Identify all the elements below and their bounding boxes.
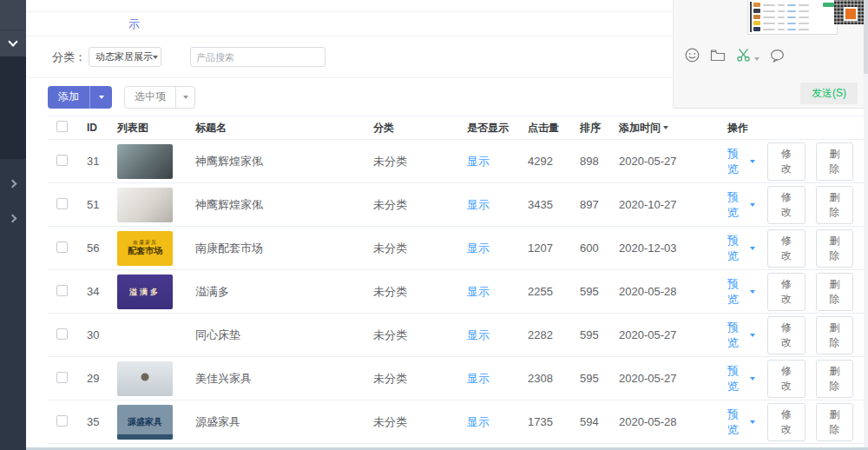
- row-thumbnail-image[interactable]: [117, 144, 173, 179]
- selected-items-button[interactable]: 选中项: [125, 87, 175, 108]
- row-category: 未分类: [373, 154, 467, 169]
- preview-dropdown-link[interactable]: 预览: [727, 276, 755, 308]
- row-title: 源盛家具: [195, 414, 373, 430]
- header-sort: 排序: [580, 121, 619, 136]
- row-id: 31: [87, 155, 117, 168]
- chevron-right-icon[interactable]: [9, 215, 17, 223]
- chat-image-preview[interactable]: [747, 0, 838, 35]
- row-checkbox[interactable]: [56, 328, 68, 340]
- row-thumbnail-image[interactable]: 源盛家具: [117, 405, 173, 440]
- tab-display[interactable]: 示: [128, 17, 140, 32]
- row-checkbox[interactable]: [56, 242, 68, 253]
- row-visible-toggle[interactable]: 显示: [467, 415, 490, 428]
- delete-button[interactable]: 删除: [816, 229, 853, 268]
- edit-button[interactable]: 修改: [767, 273, 805, 311]
- row-checkbox[interactable]: [56, 372, 68, 383]
- row-checkbox[interactable]: [56, 198, 68, 209]
- sidebar: [0, 0, 26, 450]
- row-id: 51: [87, 198, 117, 211]
- header-created-label: 添加时间: [619, 121, 661, 136]
- scrollbar-thumb[interactable]: [864, 0, 868, 74]
- sort-desc-icon: [663, 126, 668, 129]
- sidebar-collapse-button[interactable]: [0, 30, 26, 56]
- selected-split-button: 选中项: [124, 86, 195, 109]
- row-title: 溢满多: [195, 284, 373, 300]
- row-clicks: 3435: [528, 198, 580, 211]
- sidebar-header: [0, 0, 26, 30]
- row-created-date: 2020-05-28: [619, 415, 727, 428]
- chevron-down-icon[interactable]: [754, 57, 760, 61]
- vertical-scrollbar[interactable]: [864, 0, 868, 450]
- row-created-date: 2020-12-03: [619, 242, 727, 255]
- screenshot-icon[interactable]: [736, 48, 751, 63]
- row-visible-toggle[interactable]: 显示: [467, 242, 490, 255]
- row-thumbnail-image[interactable]: [117, 188, 173, 222]
- folder-icon[interactable]: [710, 49, 726, 62]
- header-created-sortable[interactable]: 添加时间: [619, 121, 668, 136]
- delete-button[interactable]: 删除: [816, 273, 853, 311]
- search-input[interactable]: [196, 52, 319, 63]
- preview-label: 预览: [727, 276, 746, 308]
- edit-button[interactable]: 修改: [767, 403, 805, 441]
- chevron-down-icon: [750, 203, 755, 207]
- emoji-icon[interactable]: [685, 48, 700, 63]
- row-checkbox[interactable]: [56, 155, 68, 166]
- chevron-down-icon: [99, 96, 104, 99]
- preview-dropdown-link[interactable]: 预览: [727, 146, 755, 177]
- row-category: 未分类: [373, 371, 467, 387]
- delete-button[interactable]: 删除: [816, 142, 853, 181]
- category-select[interactable]: 动态家居展示: [89, 47, 161, 67]
- chevron-down-icon: [153, 56, 158, 59]
- preview-dropdown-link[interactable]: 预览: [727, 320, 755, 351]
- row-category: 未分类: [373, 284, 467, 300]
- add-dropdown-button[interactable]: [89, 86, 112, 109]
- row-thumbnail-image[interactable]: [117, 318, 173, 353]
- preview-dropdown-link[interactable]: 预览: [727, 407, 755, 438]
- preview-dropdown-link[interactable]: 预览: [727, 189, 755, 221]
- selected-dropdown-button[interactable]: [175, 87, 194, 108]
- chevron-right-icon[interactable]: [9, 180, 17, 189]
- header-id: ID: [87, 122, 117, 134]
- delete-button[interactable]: 删除: [816, 316, 853, 354]
- row-clicks: 4292: [528, 155, 580, 168]
- row-visible-toggle[interactable]: 显示: [467, 328, 490, 341]
- row-thumbnail-image[interactable]: [117, 361, 173, 396]
- send-button[interactable]: 发送(S): [800, 83, 858, 104]
- row-sort-value: 898: [580, 155, 619, 168]
- preview-label: 预览: [727, 146, 746, 177]
- row-thumbnail-image[interactable]: 南康家具 配套市场: [117, 231, 173, 266]
- chat-toolbar: [685, 48, 785, 63]
- delete-button[interactable]: 删除: [816, 403, 853, 441]
- row-checkbox[interactable]: [56, 285, 68, 296]
- row-id: 34: [87, 285, 117, 298]
- table-row: 34 溢满多 溢满多 未分类 显示 2255 595 2020-05-28: [48, 270, 864, 314]
- select-all-checkbox[interactable]: [56, 121, 68, 132]
- category-select-value: 动态家居展示: [95, 50, 153, 63]
- edit-button[interactable]: 修改: [767, 186, 805, 224]
- row-sort-value: 595: [580, 372, 619, 385]
- table-row: 56 南康家具 配套市场 南康配套市场 未分类 显示 1207 600 2020: [48, 227, 864, 270]
- qr-code-image: [834, 0, 864, 24]
- edit-button[interactable]: 修改: [767, 360, 805, 398]
- preview-dropdown-link[interactable]: 预览: [727, 363, 755, 394]
- edit-button[interactable]: 修改: [767, 142, 805, 181]
- edit-button[interactable]: 修改: [767, 316, 805, 354]
- products-table: ID 列表图 标题名 分类 是否显示 点击量 排序 添加时间 操作 31: [48, 116, 864, 444]
- delete-button[interactable]: 删除: [816, 186, 853, 224]
- message-icon[interactable]: [770, 49, 785, 63]
- delete-button[interactable]: 删除: [816, 360, 853, 398]
- preview-dropdown-link[interactable]: 预览: [727, 233, 755, 264]
- preview-label: 预览: [727, 233, 746, 264]
- header-actions: 操作: [727, 121, 864, 136]
- row-visible-toggle[interactable]: 显示: [467, 155, 490, 168]
- row-visible-toggle[interactable]: 显示: [467, 198, 490, 211]
- row-thumbnail-image[interactable]: 溢满多: [117, 275, 173, 309]
- preview-label: 预览: [727, 189, 746, 221]
- add-button[interactable]: 添加: [48, 86, 89, 109]
- row-sort-value: 595: [580, 328, 619, 341]
- edit-button[interactable]: 修改: [767, 229, 805, 268]
- row-visible-toggle[interactable]: 显示: [467, 285, 490, 298]
- row-checkbox[interactable]: [56, 415, 68, 427]
- row-visible-toggle[interactable]: 显示: [467, 372, 490, 385]
- add-split-button: 添加: [48, 86, 112, 109]
